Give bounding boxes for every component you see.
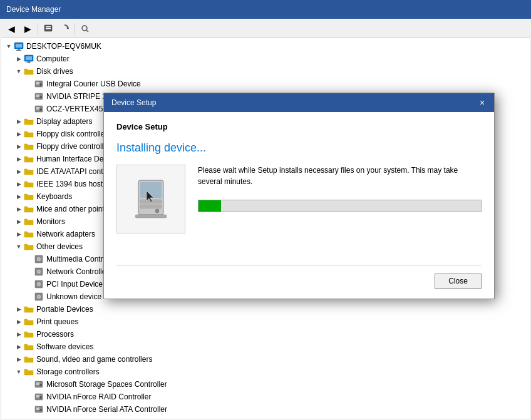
tree-toggle-pci_inp (24, 279, 34, 289)
tree-toggle-floppy_dis[interactable]: ▶ (14, 129, 24, 139)
tree-label-processors: Processors (36, 330, 74, 339)
svg-rect-8 (18, 49, 20, 50)
device-illustration (123, 171, 179, 227)
toolbar-properties-btn[interactable] (41, 22, 56, 36)
tree-toggle-software_d[interactable]: ▶ (14, 342, 24, 352)
tree-label-system_dev: System devices (36, 417, 89, 419)
svg-rect-39 (36, 395, 39, 397)
tree-item-nv_raid[interactable]: NVIDIA nForce RAID Controller (1, 391, 530, 403)
svg-point-40 (39, 396, 42, 399)
tree-label-floppy_dri: Floppy drive controllers (36, 142, 114, 151)
modal-close-button[interactable]: Close (435, 274, 482, 289)
svg-point-28 (38, 271, 39, 272)
tree-icon-disk (34, 91, 44, 101)
tree-item-print_queue[interactable]: ▶Print queues (1, 315, 530, 328)
svg-rect-7 (16, 44, 22, 48)
dm-title: Device Manager (6, 5, 61, 14)
tree-item-disk_drives[interactable]: ▼Disk drives (1, 65, 530, 78)
tree-icon-folder (24, 204, 34, 214)
tree-icon-folder (24, 242, 34, 252)
tree-item-desktop[interactable]: ▼DESKTOP-EQV6MUK (1, 40, 530, 53)
tree-toggle-floppy_dri[interactable]: ▶ (14, 141, 24, 151)
tree-toggle-display_ad[interactable]: ▶ (14, 116, 24, 126)
svg-rect-9 (16, 50, 21, 51)
tree-item-computer[interactable]: ▶Computer (1, 53, 530, 65)
scan-icon (80, 24, 90, 34)
tree-toggle-disk_drives[interactable]: ▼ (14, 66, 24, 76)
tree-item-sound_video[interactable]: ▶Sound, video and game controllers (1, 353, 530, 366)
tree-icon-computer (24, 54, 34, 64)
svg-rect-15 (36, 82, 39, 85)
tree-item-processors[interactable]: ▶Processors (1, 328, 530, 341)
tree-toggle-print_queue[interactable]: ▶ (14, 317, 24, 327)
tree-toggle-storage_ctrl[interactable]: ▼ (14, 367, 24, 377)
svg-point-19 (39, 96, 42, 98)
svg-point-16 (39, 83, 42, 86)
tree-toggle-mice[interactable]: ▶ (14, 204, 24, 214)
tree-icon-computer (14, 41, 24, 51)
tree-label-nv_raid: NVIDIA nForce RAID Controller (46, 392, 151, 401)
tree-label-print_queue: Print queues (36, 317, 78, 326)
tree-icon-folder (24, 179, 34, 189)
modal-title-label: Device Setup (116, 122, 482, 131)
tree-label-sound_video: Sound, video and game controllers (36, 355, 152, 364)
svg-line-5 (86, 30, 88, 32)
tree-toggle-other_dev[interactable]: ▼ (14, 242, 24, 252)
tree-label-network_c: Network Controller (46, 267, 108, 276)
tree-item-integral[interactable]: Integral Courier USB Device (1, 78, 530, 90)
tree-label-monitors: Monitors (36, 217, 65, 226)
modal-title: Device Setup (111, 98, 156, 107)
tree-toggle-system_dev[interactable]: ▶ (14, 417, 24, 419)
tree-toggle-network_c (24, 267, 34, 277)
tree-label-portable_d: Portable Devices (36, 305, 93, 314)
tree-toggle-sound_video[interactable]: ▶ (14, 354, 24, 364)
svg-rect-47 (140, 205, 162, 208)
toolbar-scan-btn[interactable] (78, 22, 93, 36)
svg-point-48 (155, 209, 159, 213)
tree-icon-folder (24, 317, 34, 327)
tree-toggle-human_int[interactable]: ▶ (14, 154, 24, 164)
tree-icon-disk (34, 404, 44, 414)
tree-toggle-multimedia (24, 254, 34, 264)
tree-item-portable_d[interactable]: ▶Portable Devices (1, 303, 530, 315)
svg-rect-50 (135, 215, 167, 218)
modal-body: Device Setup Installing device... (104, 112, 494, 299)
device-setup-modal: Device Setup × Device Setup Installing d… (103, 93, 495, 299)
tree-item-ms_storage[interactable]: Microsoft Storage Spaces Controller (1, 378, 530, 391)
tree-toggle-ide_ata[interactable]: ▶ (14, 166, 24, 177)
tree-icon-disk (34, 79, 44, 89)
tree-toggle-keyboards[interactable]: ▶ (14, 192, 24, 202)
tree-icon-folder (24, 116, 34, 126)
tree-toggle-processors[interactable]: ▶ (14, 329, 24, 339)
svg-point-25 (38, 259, 39, 260)
tree-item-nv_sata[interactable]: NVIDIA nForce Serial ATA Controller (1, 403, 530, 416)
tree-toggle-desktop[interactable]: ▼ (4, 41, 14, 51)
tree-toggle-computer[interactable]: ▶ (14, 54, 24, 64)
tree-toggle-portable_d[interactable]: ▶ (14, 304, 24, 314)
modal-titlebar: Device Setup × (104, 93, 494, 112)
modal-close-icon-btn[interactable]: × (475, 96, 489, 110)
modal-description: Please wait while Setup installs necessa… (198, 165, 482, 187)
tree-item-storage_ctrl[interactable]: ▼Storage controllers (1, 366, 530, 378)
tree-icon-disk (34, 379, 44, 389)
update-icon (59, 24, 70, 34)
tree-toggle-network_a[interactable]: ▶ (14, 229, 24, 239)
tree-icon-disk (34, 392, 44, 402)
progress-bar-fill (198, 200, 221, 212)
tree-item-system_dev[interactable]: ▶System devices (1, 416, 530, 419)
tree-icon-folder (24, 66, 34, 76)
tree-icon-folder (24, 141, 34, 151)
tree-icon-folder (24, 367, 34, 377)
toolbar-update-btn[interactable] (57, 22, 72, 36)
tree-label-disk_drives: Disk drives (36, 67, 73, 76)
tree-item-software_d[interactable]: ▶Software devices (1, 341, 530, 353)
toolbar-forward-btn[interactable]: ▶ (20, 22, 35, 36)
tree-toggle-ocz (24, 104, 34, 114)
tree-toggle-ieee_1394[interactable]: ▶ (14, 179, 24, 189)
modal-main-area: Please wait while Setup installs necessa… (116, 165, 482, 260)
tree-toggle-monitors[interactable]: ▶ (14, 217, 24, 227)
installing-text: Installing device... (116, 141, 482, 155)
tree-icon-folder (24, 129, 34, 139)
tree-icon-folder (24, 342, 34, 352)
toolbar-back-btn[interactable]: ◀ (4, 22, 19, 36)
